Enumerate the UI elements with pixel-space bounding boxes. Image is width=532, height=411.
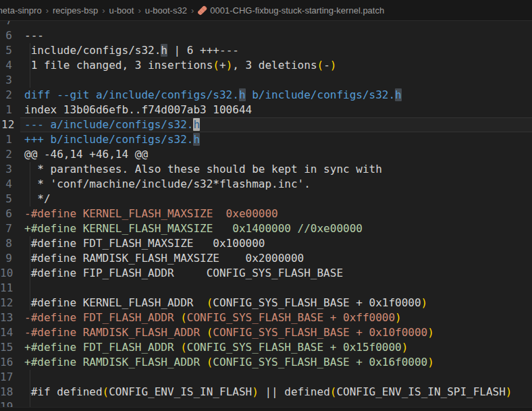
code-token: ( (213, 59, 219, 72)
code-token: CONFIG_SYS_FLASH_BASE + 0x15f0000 (187, 341, 402, 354)
breadcrumb-item-u-boot[interactable]: u-boot (109, 5, 134, 16)
code-line-text: --- a/include/configs/s32.h (24, 117, 200, 132)
line-number[interactable]: 6 (0, 207, 20, 221)
code-token: --- (24, 29, 44, 42)
code-token: --- a/include/configs/s32. (24, 118, 193, 131)
line-number[interactable]: 12 (0, 117, 20, 132)
line-number[interactable]: 4 (0, 177, 20, 192)
code-line[interactable]: 1+++ b/include/configs/s32.h (0, 132, 532, 147)
line-number[interactable]: 15 (0, 340, 20, 355)
line-number[interactable]: 4 (0, 58, 20, 73)
code-line[interactable]: 2diff --git a/include/configs/s32.h b/in… (0, 88, 532, 103)
breadcrumb-item-meta-sinpro[interactable]: meta-sinpro (0, 5, 42, 16)
line-number[interactable]: 1 (0, 103, 20, 117)
line-number[interactable]: 6 (0, 28, 20, 43)
code-token: diff --git a/include/configs/s32. (24, 88, 239, 101)
line-number[interactable]: 9 (0, 251, 20, 266)
code-line-text: #define FDT_FLASH_MAXSIZE 0x100000 (24, 236, 265, 251)
code-token: ) (330, 59, 337, 72)
code-line[interactable]: 10 #define FIP_FLASH_ADDR CONFIG_SYS_FLA… (0, 266, 532, 281)
line-number[interactable]: 8 (0, 236, 20, 251)
code-token: ) (427, 326, 434, 339)
code-token: h (193, 133, 200, 146)
code-token: b/include/configs/s32. (246, 88, 396, 101)
code-line-text: +++ b/include/configs/s32.h (24, 132, 200, 147)
code-line[interactable]: 5 */ (0, 192, 532, 207)
code-token: CONFIG_SYS_FLASH_BASE + 0x1f0000 (213, 296, 421, 309)
code-token: #if defined (24, 385, 103, 398)
breadcrumb-item-recipes-bsp[interactable]: recipes-bsp (53, 5, 98, 16)
code-line[interactable]: 12 #define KERNEL_FLASH_ADDR (CONFIG_SYS… (0, 296, 532, 310)
line-number[interactable]: 13 (0, 310, 20, 325)
code-line[interactable]: 18 #if defined(CONFIG_ENV_IS_IN_FLASH) |… (0, 385, 532, 400)
code-line[interactable]: 14-#define RAMDISK_FLASH_ADDR (CONFIG_SY… (0, 325, 532, 340)
code-line-text: */ (24, 192, 51, 207)
code-area[interactable]: 76---5 include/configs/s32.h | 6 +++---4… (0, 21, 532, 411)
line-number[interactable]: 7 (0, 21, 20, 28)
indent-guide (30, 370, 30, 385)
code-line[interactable]: 4 1 file changed, 3 insertions(+), 3 del… (0, 58, 532, 73)
code-line-text: index 13b06d6efb..f74d007ab3 100644 (24, 103, 252, 117)
code-line-text: #if defined(CONFIG_ENV_IS_IN_FLASH) || d… (24, 385, 512, 400)
code-token: #define FDT_FLASH_MAXSIZE 0x100000 (24, 237, 265, 250)
line-number[interactable]: 3 (0, 162, 20, 177)
code-token: ( (180, 341, 187, 354)
chevron-separator-icon: › (102, 5, 105, 16)
code-line[interactable]: 4 * 'conf/machine/include/s32*flashmap.i… (0, 177, 532, 192)
code-line-current[interactable]: 12--- a/include/configs/s32.h (0, 117, 532, 132)
line-number[interactable]: 11 (0, 281, 20, 296)
code-token: || defined (259, 385, 330, 398)
code-token: , 3 deletions (232, 59, 317, 72)
line-number[interactable]: 17 (0, 370, 20, 385)
code-line-text: include/configs/s32.h | 6 +++--- (24, 43, 239, 58)
code-line[interactable]: 15+#define FDT_FLASH_ADDR (CONFIG_SYS_FL… (0, 340, 532, 355)
code-token: CONFIG_SYS_FLASH_BASE + 0x10f0000 (213, 326, 427, 339)
code-line[interactable]: 8 #define FDT_FLASH_MAXSIZE 0x100000 (0, 236, 532, 251)
line-number[interactable]: 3 (0, 73, 20, 88)
breadcrumb-file[interactable]: 0001-CHG-fixbug-stuck-starting-kernel.pa… (198, 5, 384, 16)
code-line[interactable]: 3 (0, 73, 532, 88)
bottom-edge (0, 407, 532, 411)
breadcrumb-item-u-boot-s32[interactable]: u-boot-s32 (145, 5, 187, 16)
code-line[interactable]: 7 (0, 21, 532, 28)
code-line[interactable]: 5 include/configs/s32.h | 6 +++--- (0, 43, 532, 58)
line-number[interactable]: 2 (0, 88, 20, 103)
line-number[interactable]: 5 (0, 192, 20, 207)
line-number[interactable]: 5 (0, 43, 20, 58)
code-token: ( (103, 385, 109, 398)
line-number[interactable]: 1 (0, 132, 20, 147)
line-number[interactable]: 18 (0, 385, 20, 400)
code-line-text: -#define FDT_FLASH_ADDR (CONFIG_SYS_FLAS… (24, 310, 402, 325)
code-line-text: * parantheses. Also these should be kept… (24, 162, 382, 177)
line-number[interactable]: 2 (0, 147, 20, 162)
code-line[interactable]: 1index 13b06d6efb..f74d007ab3 100644 (0, 103, 532, 117)
line-number[interactable]: 10 (0, 266, 20, 281)
code-line-text: 1 file changed, 3 insertions(+), 3 delet… (24, 58, 336, 73)
code-token: ) (427, 356, 434, 368)
code-line[interactable]: 9 #define RAMDISK_FLASH_MAXSIZE 0x200000… (0, 251, 532, 266)
line-number[interactable]: 7 (0, 221, 20, 236)
code-line[interactable]: 6--- (0, 28, 532, 43)
code-line[interactable]: 6-#define KERNEL_FLASH_MAXSIZE 0xe00000 (0, 207, 532, 221)
line-number[interactable]: 16 (0, 355, 20, 370)
code-editor[interactable]: 76---5 include/configs/s32.h | 6 +++---4… (0, 21, 532, 411)
code-line[interactable]: 11 (0, 281, 532, 296)
code-token: #define KERNEL_FLASH_ADDR (24, 296, 207, 309)
code-token: ( (180, 311, 187, 324)
code-token: -#define RAMDISK_FLASH_ADDR (24, 326, 207, 339)
code-line[interactable]: 2@@ -46,14 +46,14 @@ (0, 147, 532, 162)
code-line[interactable]: 16+#define RAMDISK_FLASH_ADDR (CONFIG_SY… (0, 355, 532, 370)
breadcrumb-items: meta-sinpro›recipes-bsp›u-boot›u-boot-s3… (0, 5, 198, 16)
code-token: h (161, 44, 167, 57)
code-token: -#define KERNEL_FLASH_MAXSIZE 0xe00000 (24, 207, 278, 220)
code-line[interactable]: 7+#define KERNEL_FLASH_MAXSIZE 0x1400000… (0, 221, 532, 236)
code-line[interactable]: 13-#define FDT_FLASH_ADDR (CONFIG_SYS_FL… (0, 310, 532, 325)
block-cursor: h (193, 118, 200, 131)
code-line-text: diff --git a/include/configs/s32.h b/inc… (24, 88, 402, 103)
code-line[interactable]: 17 (0, 370, 532, 385)
code-token: CONFIG_ENV_IS_IN_SPI_FLASH (336, 385, 505, 398)
code-line[interactable]: 3 * parantheses. Also these should be ke… (0, 162, 532, 177)
line-number[interactable]: 12 (0, 296, 20, 310)
chevron-separator-icon: › (138, 5, 140, 16)
line-number[interactable]: 14 (0, 325, 20, 340)
